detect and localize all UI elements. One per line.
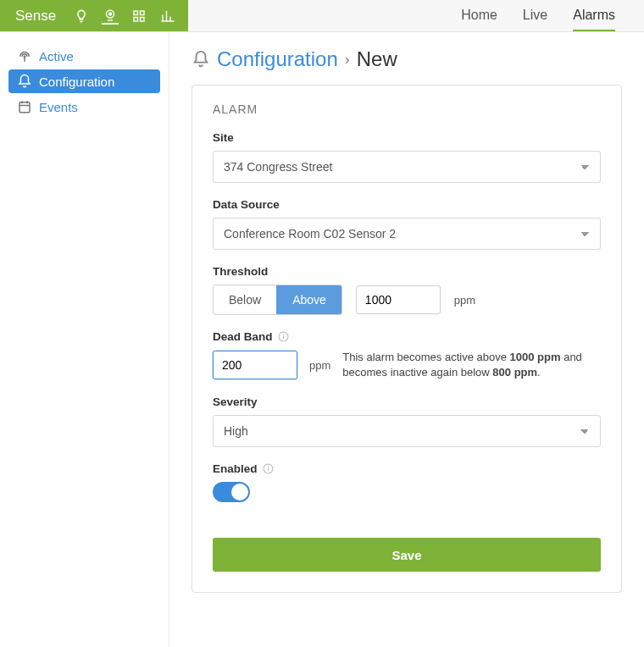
dead-band-label: Dead Band — [213, 330, 601, 343]
field-threshold: Threshold Below Above ppm — [213, 265, 601, 315]
toggle-knob — [231, 484, 248, 500]
main-content: Configuration › New ALARM Site 374 Congr… — [169, 32, 644, 647]
sidebar-item-label: Active — [39, 49, 74, 64]
field-severity: Severity High — [213, 395, 601, 447]
svg-rect-10 — [282, 334, 283, 335]
brand-name: Sense — [15, 8, 56, 25]
threshold-below-button[interactable]: Below — [214, 285, 276, 314]
svg-rect-5 — [141, 17, 145, 21]
calendar-icon — [17, 99, 32, 114]
threshold-unit: ppm — [454, 294, 475, 307]
svg-point-6 — [24, 56, 25, 58]
svg-rect-12 — [267, 468, 268, 472]
body: Active Configuration Events Con — [0, 32, 644, 647]
svg-rect-7 — [19, 102, 30, 113]
info-icon[interactable] — [278, 331, 289, 342]
site-label: Site — [213, 131, 601, 144]
topnav-home[interactable]: Home — [461, 0, 497, 31]
apps-icon[interactable] — [130, 8, 147, 25]
webcam-icon[interactable] — [102, 8, 119, 25]
svg-rect-2 — [134, 11, 138, 15]
sidebar-item-active[interactable]: Active — [8, 44, 160, 68]
field-site: Site 374 Congress Street — [213, 131, 601, 183]
data-source-label: Data Source — [213, 198, 601, 211]
field-data-source: Data Source Conference Room C02 Sensor 2 — [213, 198, 601, 250]
threshold-above-button[interactable]: Above — [276, 285, 341, 314]
sidebar-item-events[interactable]: Events — [8, 95, 160, 119]
breadcrumb-current: New — [357, 47, 397, 71]
dead-band-input[interactable] — [213, 351, 297, 379]
field-dead-band: Dead Band ppm This alarm becomes active … — [213, 330, 601, 380]
sidebar: Active Configuration Events — [0, 32, 169, 647]
threshold-label: Threshold — [213, 265, 601, 278]
page-header: Configuration › New — [192, 47, 622, 71]
save-button[interactable]: Save — [213, 538, 601, 572]
svg-rect-4 — [134, 17, 138, 21]
svg-point-1 — [109, 13, 112, 15]
severity-select[interactable]: High — [213, 415, 601, 447]
field-enabled: Enabled — [213, 462, 601, 502]
brand-icons — [73, 8, 176, 25]
breadcrumb-parent[interactable]: Configuration — [217, 47, 338, 71]
dead-band-row: ppm This alarm becomes active above 1000… — [213, 350, 601, 380]
top-bar: Sense Home Live Alarms — [0, 0, 644, 32]
dead-band-unit: ppm — [309, 359, 330, 372]
chart-icon[interactable] — [159, 8, 176, 25]
svg-rect-9 — [282, 335, 283, 339]
bell-icon — [17, 74, 32, 89]
sidebar-item-configuration[interactable]: Configuration — [8, 69, 160, 93]
info-icon[interactable] — [263, 463, 274, 474]
site-select[interactable]: 374 Congress Street — [213, 151, 601, 183]
enabled-toggle[interactable] — [213, 482, 250, 502]
threshold-row: Below Above ppm — [213, 285, 601, 315]
panel-title: ALARM — [213, 102, 601, 116]
sidebar-item-label: Events — [39, 100, 78, 114]
enabled-label: Enabled — [213, 462, 601, 475]
svg-rect-13 — [267, 467, 268, 467]
bulb-icon[interactable] — [73, 8, 90, 25]
antenna-icon — [17, 48, 32, 64]
data-source-select[interactable]: Conference Room C02 Sensor 2 — [213, 218, 601, 250]
severity-label: Severity — [213, 395, 601, 408]
topnav-alarms[interactable]: Alarms — [573, 0, 615, 31]
dead-band-help-text: This alarm becomes active above 1000 ppm… — [342, 350, 597, 380]
app-window: Sense Home Live Alarms — [0, 0, 644, 647]
topnav-live[interactable]: Live — [523, 0, 547, 31]
sidebar-item-label: Configuration — [39, 75, 114, 89]
bell-outline-icon — [192, 50, 210, 69]
brand-strip: Sense — [0, 0, 188, 31]
breadcrumb-separator: › — [345, 51, 350, 69]
threshold-direction-group: Below Above — [213, 285, 342, 315]
top-nav: Home Live Alarms — [461, 0, 644, 31]
alarm-panel: ALARM Site 374 Congress Street Data Sour… — [192, 85, 622, 593]
threshold-value-input[interactable] — [356, 285, 441, 314]
svg-rect-3 — [141, 11, 145, 15]
